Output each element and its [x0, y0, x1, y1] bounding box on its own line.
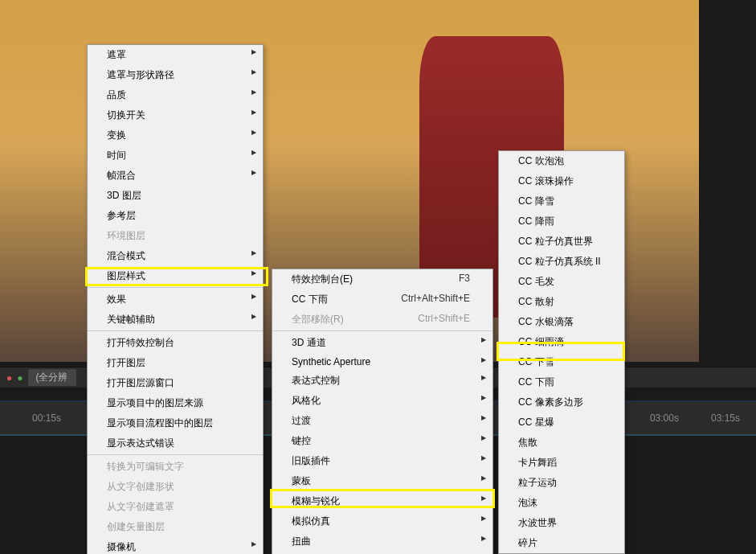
menu-item-label: 时间: [107, 150, 126, 161]
menu-item-label: 帧混合: [107, 170, 136, 181]
menu-item[interactable]: 时间: [88, 146, 263, 166]
menu-item-label: 模拟仿真: [292, 515, 330, 527]
menu-item-label: 键控: [292, 435, 311, 446]
menu-item[interactable]: CC 下雨: [499, 372, 621, 392]
menu-item[interactable]: 水波世界: [499, 513, 621, 533]
menu-item[interactable]: CC 吹泡泡: [499, 151, 621, 171]
menu-item-label: 变换: [107, 129, 126, 141]
menu-item[interactable]: 变换: [88, 125, 263, 146]
menu-item-label: 从文字创建遮罩: [107, 501, 174, 512]
menu-item[interactable]: 泡沫: [499, 493, 621, 513]
menu-item[interactable]: 关键帧辅助: [88, 310, 263, 331]
menu-item-label: CC 像素多边形: [518, 396, 583, 408]
menu-item-label: CC 下雨: [518, 376, 554, 388]
menu-item-label: 效果: [107, 293, 126, 305]
menu-item-shortcut: Ctrl+Alt+Shift+E: [401, 293, 470, 304]
menu-item[interactable]: 切换开关: [88, 105, 263, 125]
menu-item-label: 表达式控制: [292, 375, 340, 386]
zoom-dropdown[interactable]: (全分辨: [28, 369, 76, 386]
menu-item[interactable]: CC 毛发: [499, 272, 621, 292]
menu-item[interactable]: CC 降雪: [499, 191, 621, 211]
menu-item-label: CC 滚珠操作: [518, 175, 574, 187]
menu-item-label: CC 粒子仿真世界: [518, 236, 593, 247]
menu-item[interactable]: CC 下雨Ctrl+Alt+Shift+E: [272, 289, 492, 310]
menu-item-label: 混合模式: [107, 250, 145, 261]
menu-item-label: 3D 图层: [107, 190, 141, 201]
context-menu-layer: 遮罩遮罩与形状路径品质切换开关变换时间帧混合3D 图层参考层环境图层混合模式图层…: [87, 44, 264, 554]
submenu-simulation: CC 吹泡泡CC 滚珠操作CC 降雪CC 降雨CC 粒子仿真世界CC 粒子仿真系…: [498, 150, 625, 554]
menu-item-label: 打开图层: [107, 357, 145, 368]
menu-item-label: 品质: [107, 89, 126, 101]
menu-item[interactable]: 遮罩与形状路径: [88, 65, 263, 85]
menu-item[interactable]: 旧版插件: [272, 451, 492, 471]
menu-item[interactable]: 风格化: [272, 391, 492, 411]
menu-item[interactable]: 帧混合: [88, 166, 263, 186]
menu-item[interactable]: 卡片舞蹈: [499, 453, 621, 473]
menu-item[interactable]: CC 水银滴落: [499, 312, 621, 332]
menu-item-label: CC 细雨滴: [518, 336, 564, 347]
menu-item[interactable]: 遮罩: [88, 45, 263, 65]
menu-item[interactable]: CC 散射: [499, 292, 621, 312]
menu-item[interactable]: 模糊与锐化: [272, 491, 492, 511]
menu-item[interactable]: CC 星爆: [499, 412, 621, 433]
menu-item[interactable]: 表达式控制: [272, 371, 492, 391]
menu-item[interactable]: 效果: [88, 289, 263, 310]
menu-item-label: 打开图层源窗口: [107, 377, 174, 388]
menu-item[interactable]: 打开图层: [88, 353, 263, 373]
menu-item[interactable]: 打开图层源窗口: [88, 373, 263, 393]
menu-item[interactable]: 图层样式: [88, 266, 263, 288]
menu-item[interactable]: 3D 通道: [272, 333, 492, 353]
menu-item-label: 模糊与锐化: [292, 495, 340, 507]
menu-item[interactable]: CC 下雪: [499, 352, 621, 372]
submenu-effects: 特效控制台(E)F3CC 下雨Ctrl+Alt+Shift+E全部移除(R)Ct…: [272, 269, 493, 554]
menu-item[interactable]: 摄像机: [88, 537, 263, 554]
menu-item-label: 摄像机: [107, 541, 136, 552]
menu-item-label: 卡片舞蹈: [518, 457, 557, 468]
menu-item-label: 从文字创建形状: [107, 481, 174, 492]
menu-item[interactable]: 混合模式: [88, 246, 263, 266]
menu-item-label: 切换开关: [107, 109, 145, 121]
menu-item[interactable]: 碎片: [499, 533, 621, 553]
menu-item-label: CC 下雨: [292, 293, 328, 305]
menu-item-label: 打开特效控制台: [107, 337, 174, 348]
menu-item[interactable]: CC 降雨: [499, 211, 621, 232]
menu-item[interactable]: 模拟仿真: [272, 511, 492, 531]
menu-item-label: 风格化: [292, 395, 321, 406]
menu-item[interactable]: CC 像素多边形: [499, 392, 621, 412]
menu-item-label: 碎片: [518, 537, 537, 548]
timeline-tick: 03:00s: [650, 412, 679, 424]
menu-item[interactable]: Synthetic Aperture: [272, 353, 492, 371]
menu-item-shortcut: F3: [459, 273, 470, 284]
menu-item[interactable]: 参考层: [88, 206, 263, 226]
menu-item[interactable]: 品质: [88, 85, 263, 105]
menu-item[interactable]: 键控: [272, 431, 492, 451]
menu-item-label: 关键帧辅助: [107, 314, 155, 325]
menu-item[interactable]: 3D 图层: [88, 186, 263, 206]
menu-item[interactable]: 过渡: [272, 411, 492, 431]
menu-item[interactable]: CC 粒子仿真世界: [499, 232, 621, 252]
menu-item-label: CC 散射: [518, 296, 554, 307]
magnify-icon: ●: [6, 372, 12, 384]
menu-item[interactable]: 扭曲: [272, 531, 492, 552]
menu-item[interactable]: CC 滚珠操作: [499, 171, 621, 191]
menu-item[interactable]: 焦散: [499, 433, 621, 453]
menu-item: 创建矢量图层: [88, 517, 263, 537]
menu-item[interactable]: 特效控制台(E)F3: [272, 269, 492, 289]
menu-item-label: 遮罩: [107, 49, 126, 60]
menu-item-label: 旧版插件: [292, 455, 330, 466]
menu-item-label: CC 吹泡泡: [518, 155, 564, 166]
menu-item[interactable]: 显示项目中的图层来源: [88, 393, 263, 413]
menu-item[interactable]: 显示表达式错误: [88, 433, 263, 455]
menu-item[interactable]: CC 粒子仿真系统 II: [499, 252, 621, 272]
menu-item[interactable]: 粒子运动: [499, 473, 621, 493]
menu-item[interactable]: 蒙板: [272, 471, 492, 491]
search-icon: ●: [17, 372, 22, 384]
menu-item[interactable]: 显示项目流程图中的图层: [88, 413, 263, 433]
menu-item-label: 全部移除(R): [292, 314, 344, 325]
menu-item-label: 特效控制台(E): [292, 273, 353, 285]
menu-item-label: 焦散: [518, 437, 537, 448]
menu-item[interactable]: CC 细雨滴: [499, 332, 621, 352]
menu-item-label: 粒子运动: [518, 477, 557, 488]
menu-item-label: 显示表达式错误: [107, 437, 174, 449]
menu-item[interactable]: 打开特效控制台: [88, 333, 263, 353]
